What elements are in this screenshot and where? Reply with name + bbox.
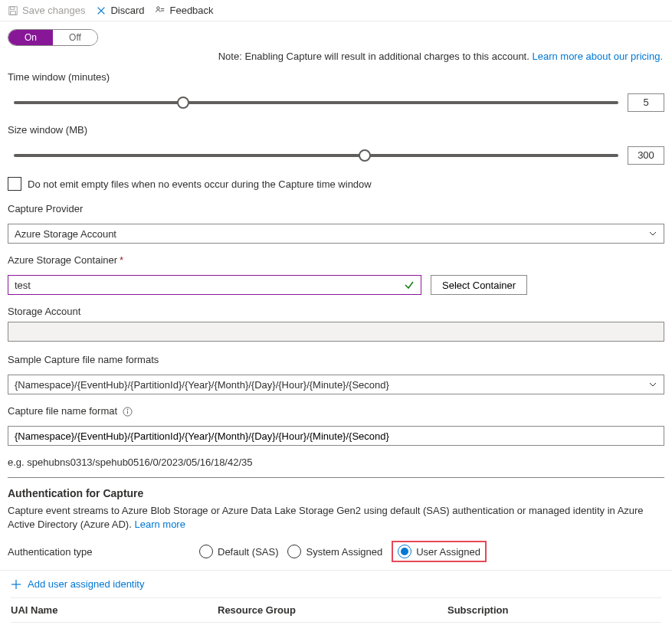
col-uai-name: UAI Name [11, 604, 218, 616]
radio-icon [199, 545, 213, 558]
identity-table: UAI Name Resource Group Subscription Use… [0, 597, 672, 625]
info-icon[interactable] [123, 407, 133, 417]
table-header: UAI Name Resource Group Subscription [11, 597, 661, 623]
storage-account-label: Storage Account [8, 306, 664, 317]
storage-account-input [8, 322, 664, 342]
auth-title: Authentication for Capture [0, 483, 672, 502]
discard-button[interactable]: Discard [96, 5, 144, 16]
auth-type-radio-group: Default (SAS) System Assigned User Assig… [199, 541, 487, 562]
file-name-format-input[interactable] [8, 426, 664, 446]
size-window-slider[interactable] [14, 154, 618, 157]
pricing-link[interactable]: Learn more about our pricing. [532, 51, 663, 62]
discard-label: Discard [110, 5, 144, 16]
size-window-value[interactable]: 300 [628, 146, 664, 165]
save-label: Save changes [22, 5, 85, 16]
save-icon [8, 5, 18, 16]
svg-rect-1 [11, 6, 15, 9]
check-icon [404, 280, 415, 290]
storage-container-label: Azure Storage Container* [8, 254, 664, 266]
radio-user-assigned[interactable]: User Assigned [392, 541, 487, 562]
sample-formats-value: {Namespace}/{EventHub}/{PartitionId}/{Ye… [15, 379, 389, 391]
time-window-slider[interactable] [14, 101, 618, 104]
radio-default-sas[interactable]: Default (SAS) [199, 545, 278, 558]
select-container-button[interactable]: Select Container [431, 275, 527, 295]
storage-container-value: test [15, 280, 31, 291]
capture-provider-label: Capture Provider [8, 203, 664, 214]
sample-formats-label: Sample Capture file name formats [8, 354, 664, 365]
svg-point-8 [127, 409, 128, 410]
pricing-note: Note: Enabling Capture will result in ad… [0, 49, 672, 67]
col-resource-group: Resource Group [218, 604, 447, 616]
time-window-label: Time window (minutes) [8, 71, 664, 83]
note-text: Note: Enabling Capture will result in ad… [218, 51, 533, 62]
separator [8, 477, 664, 478]
auth-learn-more-link[interactable]: Learn more [134, 519, 185, 530]
example-text: e.g. spehubns0313/spehub0516/0/2023/05/1… [0, 452, 672, 473]
feedback-label: Feedback [169, 5, 213, 16]
feedback-button[interactable]: Feedback [155, 5, 213, 16]
auth-type-label: Authentication type [8, 546, 199, 558]
radio-system-assigned[interactable]: System Assigned [287, 545, 382, 558]
toolbar: Save changes Discard Feedback [0, 0, 672, 21]
save-button: Save changes [8, 5, 85, 16]
sample-formats-select[interactable]: {Namespace}/{EventHub}/{PartitionId}/{Ye… [8, 375, 664, 394]
add-identity-button[interactable]: Add user assigned identity [0, 571, 672, 597]
required-indicator: * [120, 254, 123, 266]
feedback-icon [155, 5, 166, 16]
chevron-down-icon [648, 380, 657, 389]
toggle-off: Off [53, 30, 97, 45]
svg-point-5 [157, 6, 160, 9]
close-icon [96, 5, 107, 16]
radio-icon-selected [398, 545, 411, 558]
time-window-value[interactable]: 5 [628, 93, 664, 112]
capture-provider-value: Azure Storage Account [15, 228, 116, 240]
slider-thumb[interactable] [359, 149, 371, 162]
chevron-down-icon [648, 229, 657, 238]
slider-thumb[interactable] [177, 97, 189, 109]
file-name-format-label: Capture file name format [8, 405, 664, 417]
no-emit-checkbox[interactable] [8, 177, 21, 191]
plus-icon [11, 579, 21, 590]
auth-description: Capture event streams to Azure Blob Stor… [0, 502, 672, 536]
svg-rect-2 [11, 11, 16, 14]
size-window-label: Size window (MB) [8, 124, 664, 136]
no-emit-label: Do not emit empty files when no events o… [28, 178, 372, 190]
col-subscription: Subscription [447, 604, 661, 616]
toggle-on: On [8, 30, 53, 45]
radio-icon [287, 545, 301, 558]
capture-provider-select[interactable]: Azure Storage Account [8, 224, 664, 244]
capture-toggle[interactable]: On Off [8, 29, 98, 46]
storage-container-input[interactable]: test [8, 275, 421, 295]
